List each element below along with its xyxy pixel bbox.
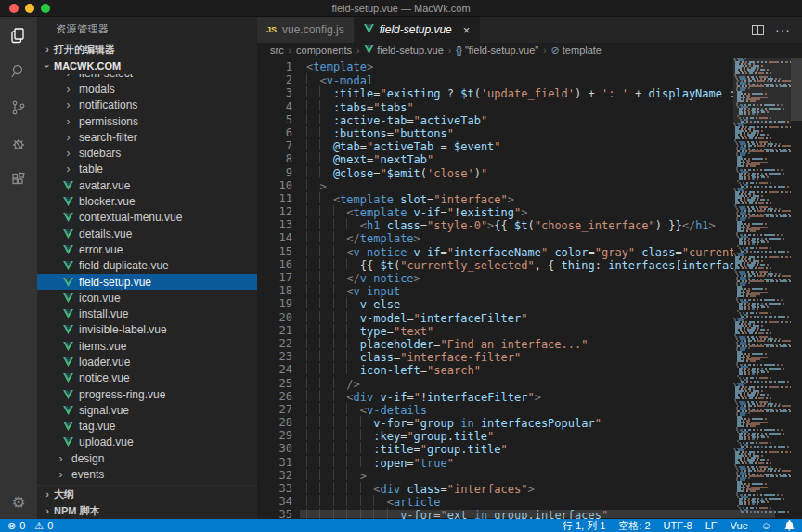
close-window-button[interactable] — [9, 4, 19, 13]
open-editors-section[interactable]: › 打开的编辑器 — [37, 41, 257, 58]
code-line: 21type="text" — [257, 324, 733, 337]
close-tab-icon[interactable]: × — [463, 23, 471, 37]
cursor-position[interactable]: 行 1, 列 1 — [563, 519, 605, 532]
line-number: 2 — [257, 73, 292, 86]
file-item-upload.vue[interactable]: upload.vue — [37, 435, 257, 450]
code-line: 10> — [257, 179, 733, 192]
file-item-items.vue[interactable]: items.vue — [37, 338, 257, 354]
breadcrumb-item-4[interactable]: {}"field-setup.vue" — [456, 45, 538, 56]
minimize-window-button[interactable] — [25, 4, 34, 13]
folder-item-notifications[interactable]: ›notifications — [37, 97, 257, 113]
code-line: 13<h1 class="style-0">{{ $t("choose_inte… — [257, 218, 733, 231]
tree-item-label: icon.vue — [79, 292, 121, 305]
line-number: 23 — [257, 350, 292, 363]
line-number: 8 — [257, 152, 292, 165]
breadcrumb-item-1[interactable]: src — [270, 45, 284, 56]
sidebar-section-NPM 脚本[interactable]: ›NPM 脚本 — [37, 502, 257, 519]
file-tree: ›item-select›modals›notifications›permis… — [37, 74, 257, 485]
breadcrumb-item-3[interactable]: field-setup.vue — [364, 45, 444, 56]
chevron-right-icon: › — [41, 44, 54, 55]
sidebar-section-大纲[interactable]: ›大纲 — [37, 486, 257, 502]
line-number: 30 — [257, 442, 292, 455]
tree-item-label: contextual-menu.vue — [79, 211, 182, 224]
tree-item-label: search-filter — [79, 131, 137, 144]
breadcrumb-label: field-setup.vue — [377, 45, 444, 56]
encoding[interactable]: UTF-8 — [664, 519, 692, 532]
code-editor[interactable]: 1<template>2<v-modal3:title="existing ? … — [257, 58, 802, 519]
breadcrumb-separator: › — [541, 45, 548, 56]
vertical-scrollbar[interactable] — [791, 58, 802, 121]
split-editor-icon[interactable] — [752, 25, 764, 35]
notifications-bell-icon[interactable] — [784, 520, 795, 531]
horizontal-scrollbar[interactable] — [300, 510, 775, 518]
file-item-signal.vue[interactable]: signal.vue — [37, 402, 257, 418]
more-actions-icon[interactable]: ··· — [775, 22, 791, 37]
code-line: 12<template v-if="!existing"> — [257, 205, 733, 218]
file-item-details.vue[interactable]: details.vue — [37, 226, 257, 241]
folder-item-modals[interactable]: ›modals — [37, 81, 257, 97]
warning-count: 0 — [47, 519, 53, 532]
folder-item-search-filter[interactable]: ›search-filter — [37, 129, 257, 145]
code-line: 34<article — [257, 495, 733, 508]
problems-warnings[interactable]: ⚠ 0 — [34, 519, 53, 532]
vue-icon — [61, 261, 75, 270]
debug-icon[interactable] — [0, 125, 37, 162]
tab-vue-config-js[interactable]: JS vue.config.js — [257, 17, 355, 43]
file-item-icon.vue[interactable]: icon.vue — [37, 290, 257, 305]
code-line: 15<v-notice v-if="interfaceName" color="… — [257, 245, 733, 258]
explorer-icon[interactable] — [0, 17, 37, 53]
feedback-smiley-icon[interactable]: ☺ — [761, 519, 771, 532]
code-line: 23class="interface-filter" — [257, 350, 733, 363]
breadcrumb-item-2[interactable]: components — [296, 45, 352, 56]
folder-item-events[interactable]: ›events — [37, 466, 257, 482]
line-number: 13 — [257, 218, 292, 231]
file-item-error.vue[interactable]: error.vue — [37, 241, 257, 257]
code-line: 31:open="true" — [257, 456, 733, 469]
settings-gear-icon[interactable]: ⚙ — [0, 486, 37, 519]
sidebar-bottom-sections: ›大纲›NPM 脚本 — [37, 485, 257, 519]
code-line: 18<v-input — [257, 284, 733, 297]
project-section[interactable]: › MACWK.COM — [37, 58, 257, 74]
language-mode[interactable]: Vue — [731, 519, 748, 532]
minimap[interactable] — [733, 58, 791, 519]
search-icon[interactable] — [0, 53, 37, 89]
activity-bar: ⚙ — [0, 17, 37, 519]
folder-item-table[interactable]: ›table — [37, 162, 257, 177]
file-item-invisible-label.vue[interactable]: invisible-label.vue — [37, 322, 257, 338]
folder-item-design[interactable]: ›design — [37, 450, 257, 466]
code-line: 3:title="existing ? $t('update_field') +… — [257, 86, 733, 99]
line-number: 14 — [257, 231, 292, 244]
tab-field-setup-vue[interactable]: field-setup.vue × — [355, 17, 481, 43]
file-item-tag.vue[interactable]: tag.vue — [37, 419, 257, 435]
file-item-avatar.vue[interactable]: avatar.vue — [37, 177, 257, 193]
chevron-right-icon: › — [59, 468, 63, 481]
eol[interactable]: LF — [705, 519, 718, 532]
minimap-slider[interactable] — [733, 58, 791, 124]
tree-item-label: notice.vue — [79, 371, 130, 384]
problems-errors[interactable]: ⊗ 0 — [7, 519, 25, 532]
code-line: 7@tab="activeTab = $event" — [257, 139, 733, 152]
file-item-notice.vue[interactable]: notice.vue — [37, 370, 257, 386]
breadcrumb-item-5[interactable]: ⊘template — [551, 45, 602, 57]
file-item-install.vue[interactable]: install.vue — [37, 305, 257, 321]
extensions-icon[interactable] — [0, 162, 37, 198]
vue-icon — [61, 181, 75, 190]
chevron-right-icon: › — [41, 505, 54, 516]
tree-item-label: permissions — [79, 115, 138, 128]
tree-item-label: items.vue — [79, 340, 126, 353]
source-control-icon[interactable] — [0, 89, 37, 125]
file-item-progress-ring.vue[interactable]: progress-ring.vue — [37, 386, 257, 402]
file-item-blocker.vue[interactable]: blocker.vue — [37, 193, 257, 209]
file-item-contextual-menu.vue[interactable]: contextual-menu.vue — [37, 210, 257, 226]
folder-item-permissions[interactable]: ›permissions — [37, 113, 257, 129]
folder-item-sidebars[interactable]: ›sidebars — [37, 145, 257, 161]
tree-item-label: install.vue — [79, 307, 128, 320]
file-item-field-setup.vue[interactable]: field-setup.vue — [37, 274, 257, 290]
file-item-field-duplicate.vue[interactable]: field-duplicate.vue — [37, 258, 257, 274]
file-item-loader.vue[interactable]: loader.vue — [37, 354, 257, 370]
line-number: 15 — [257, 245, 292, 258]
folder-item-item-select[interactable]: ›item-select — [37, 74, 257, 81]
indentation[interactable]: 空格: 2 — [618, 519, 650, 532]
zoom-window-button[interactable] — [41, 4, 50, 13]
line-number: 25 — [257, 377, 292, 390]
